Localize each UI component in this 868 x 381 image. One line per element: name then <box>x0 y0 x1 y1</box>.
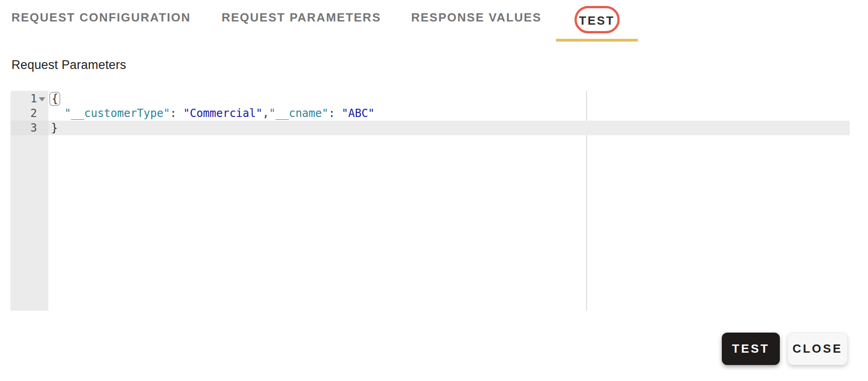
code-line-2[interactable]: "__customerType": "Commercial","__cname"… <box>48 106 850 121</box>
gutter-row-1: 1 <box>11 91 48 106</box>
fold-arrow-icon[interactable] <box>39 97 45 101</box>
json-editor[interactable]: 1 2 3 { "__customerType": "Commercial","… <box>11 91 850 311</box>
code-token-key-customer-type: "__customerType" <box>64 107 170 120</box>
code-token-comma: , <box>262 107 269 120</box>
line-number-2: 2 <box>31 107 37 120</box>
code-token-colon-2: : <box>328 107 342 120</box>
gutter-row-3: 3 <box>11 121 48 135</box>
line-number-3: 3 <box>31 122 37 134</box>
code-token-value-commercial: "Commercial" <box>183 107 262 120</box>
code-token-indent <box>51 107 64 120</box>
close-button[interactable]: CLOSE <box>788 333 847 365</box>
open-brace-bracket-match: { <box>49 92 60 106</box>
active-tab-underline <box>556 39 638 42</box>
gutter-row-2: 2 <box>11 106 48 121</box>
tab-test-label: TEST <box>579 14 614 28</box>
tab-response-values[interactable]: RESPONSE VALUES <box>411 11 541 25</box>
tab-bar: REQUEST CONFIGURATION REQUEST PARAMETERS… <box>0 0 868 42</box>
test-button[interactable]: TEST <box>722 333 780 365</box>
section-title: Request Parameters <box>11 58 126 72</box>
code-token-value-abc: "ABC" <box>342 107 375 120</box>
tab-request-parameters[interactable]: REQUEST PARAMETERS <box>222 11 381 25</box>
test-panel: REQUEST CONFIGURATION REQUEST PARAMETERS… <box>0 0 868 381</box>
close-brace: } <box>51 122 58 134</box>
tab-test[interactable]: TEST <box>556 0 638 42</box>
editor-content[interactable]: { "__customerType": "Commercial","__cnam… <box>48 91 850 311</box>
line-number-1: 1 <box>31 92 37 105</box>
code-line-3[interactable]: } <box>48 121 850 135</box>
code-token-colon: : <box>170 107 183 120</box>
tab-request-configuration[interactable]: REQUEST CONFIGURATION <box>11 11 191 25</box>
action-button-row: TEST CLOSE <box>722 333 847 365</box>
code-token-key-cname: "__cname" <box>269 107 328 120</box>
code-line-1[interactable]: { <box>48 91 850 106</box>
editor-gutter: 1 2 3 <box>11 91 48 311</box>
